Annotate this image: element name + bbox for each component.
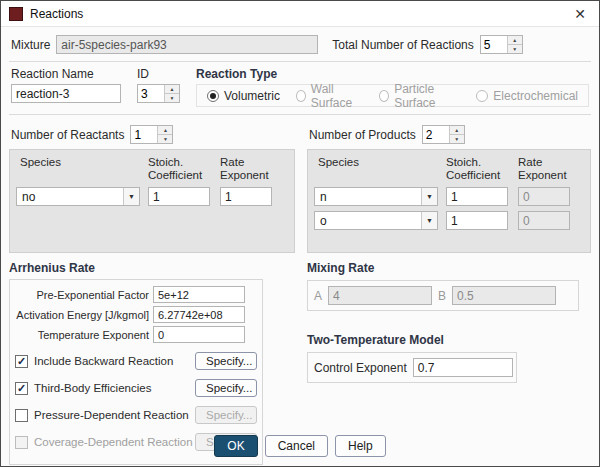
reaction-row: Reaction Name ID ▲▼ Reaction Type Volume… [1, 65, 599, 111]
reaction-id-label: ID [137, 67, 149, 81]
col-rate-exponent: Rate Exponent [220, 156, 280, 182]
total-reactions-stepper[interactable]: ▲▼ [480, 35, 523, 54]
radio-electrochemical: Electrochemical [476, 89, 578, 103]
specify-pressure-button: Specify... [195, 406, 257, 424]
spin-down-icon[interactable]: ▼ [165, 94, 179, 102]
radio-icon [296, 90, 306, 102]
reactant-rate-input[interactable] [220, 187, 272, 206]
reactants-table: Species Stoich. Coefficient Rate Exponen… [9, 149, 295, 253]
total-reactions-input[interactable] [481, 36, 507, 53]
reaction-id-input[interactable] [138, 85, 164, 102]
mixing-rate-heading: Mixing Rate [307, 261, 374, 275]
radio-icon [476, 90, 488, 102]
help-button[interactable]: Help [335, 435, 386, 457]
two-temperature-heading: Two-Temperature Model [307, 333, 591, 347]
pressure-dependent-checkbox[interactable] [15, 409, 28, 422]
mixture-input [56, 35, 318, 54]
two-temperature-box: Control Exponent [307, 352, 517, 383]
mixing-a-input [328, 286, 432, 305]
radio-wall-surface: Wall Surface [296, 82, 363, 110]
col-rate-exponent: Rate Exponent [518, 156, 578, 182]
activation-energy-label: Activation Energy [J/kgmol] [15, 309, 153, 321]
third-body-row: Third-Body Efficiencies Specify... [15, 379, 257, 397]
num-products-input[interactable] [423, 126, 449, 143]
col-species: Species [314, 156, 446, 182]
dialog-footer: OK Cancel Help [1, 435, 599, 457]
chevron-down-icon[interactable]: ▼ [123, 188, 139, 205]
mixing-b-input [452, 286, 556, 305]
reaction-type-heading: Reaction Type [196, 67, 589, 81]
reactant-stoich-input[interactable] [148, 187, 210, 206]
mixing-a-label: A [314, 289, 322, 303]
chevron-down-icon[interactable]: ▼ [421, 188, 437, 205]
rates-section: Arrhenius Rate Pre-Exponential Factor Ac… [1, 253, 599, 465]
pre-exponential-factor-input[interactable] [153, 286, 245, 303]
num-reactants-label: Number of Reactants [11, 128, 124, 142]
col-stoich-coefficient: Stoich. Coefficient [148, 156, 220, 182]
num-reactants-stepper[interactable]: ▲▼ [130, 125, 173, 144]
reaction-name-input[interactable] [11, 84, 121, 103]
pre-exponential-factor-label: Pre-Exponential Factor [15, 289, 153, 301]
num-reactants-input[interactable] [131, 126, 157, 143]
divider [9, 114, 591, 115]
product-rate-input [518, 187, 570, 206]
product-species-select[interactable]: n ▼ [314, 187, 438, 206]
total-reactions-label: Total Number of Reactions [332, 38, 473, 52]
reactions-dialog: Reactions ✕ Mixture Total Number of Reac… [0, 0, 600, 467]
window-title: Reactions [30, 7, 83, 21]
radio-particle-surface: Particle Surface [379, 82, 460, 110]
spin-down-icon[interactable]: ▼ [508, 45, 522, 53]
species-section: Number of Reactants ▲▼ Species Stoich. C… [1, 118, 599, 253]
ok-button[interactable]: OK [214, 435, 257, 457]
product-rate-input [518, 211, 570, 230]
products-table: Species Stoich. Coefficient Rate Exponen… [307, 149, 591, 253]
spin-up-icon[interactable]: ▲ [450, 126, 464, 135]
control-exponent-input[interactable] [413, 358, 513, 377]
spin-up-icon[interactable]: ▲ [508, 36, 522, 45]
spin-up-icon[interactable]: ▲ [165, 85, 179, 94]
mixture-row: Mixture Total Number of Reactions ▲▼ [1, 27, 599, 58]
radio-icon[interactable] [207, 90, 219, 102]
specify-backward-button[interactable]: Specify... [195, 352, 257, 370]
pressure-dependent-row: Pressure-Dependent Reaction Specify... [15, 406, 257, 424]
radio-icon [379, 90, 389, 102]
reaction-name-label: Reaction Name [11, 67, 121, 81]
product-row: n ▼ [314, 187, 584, 206]
arrhenius-rate-heading: Arrhenius Rate [9, 261, 95, 275]
specify-third-body-button[interactable]: Specify... [195, 379, 257, 397]
chevron-down-icon[interactable]: ▼ [421, 212, 437, 229]
radio-volumetric[interactable]: Volumetric [207, 89, 280, 103]
product-species-select[interactable]: o ▼ [314, 211, 438, 230]
app-icon [9, 7, 23, 21]
product-stoich-input[interactable] [446, 211, 508, 230]
num-products-stepper[interactable]: ▲▼ [422, 125, 465, 144]
titlebar: Reactions ✕ [1, 1, 599, 27]
backward-reaction-row: Include Backward Reaction Specify... [15, 352, 257, 370]
product-row: o ▼ [314, 211, 584, 230]
cancel-button[interactable]: Cancel [265, 435, 328, 457]
close-icon[interactable]: ✕ [569, 6, 591, 22]
col-species: Species [16, 156, 148, 182]
mixture-label: Mixture [11, 38, 50, 52]
product-stoich-input[interactable] [446, 187, 508, 206]
spin-down-icon[interactable]: ▼ [450, 135, 464, 143]
spin-up-icon[interactable]: ▲ [158, 126, 172, 135]
include-backward-reaction-checkbox[interactable] [15, 355, 28, 368]
third-body-efficiencies-checkbox[interactable] [15, 382, 28, 395]
mixing-b-label: B [438, 289, 446, 303]
reactant-species-select[interactable]: no ▼ [16, 187, 140, 206]
mixing-rate-box: A B [307, 280, 579, 311]
reaction-id-stepper[interactable]: ▲▼ [137, 84, 180, 103]
reactant-row: no ▼ [16, 187, 288, 206]
spin-down-icon[interactable]: ▼ [158, 135, 172, 143]
temperature-exponent-label: Temperature Exponent [15, 329, 153, 341]
temperature-exponent-input[interactable] [153, 326, 245, 343]
col-stoich-coefficient: Stoich. Coefficient [446, 156, 518, 182]
num-products-label: Number of Products [309, 128, 416, 142]
control-exponent-label: Control Exponent [314, 361, 407, 375]
reaction-type-group: Volumetric Wall Surface Particle Surface… [196, 84, 589, 107]
activation-energy-input[interactable] [153, 306, 245, 323]
divider [9, 61, 591, 62]
